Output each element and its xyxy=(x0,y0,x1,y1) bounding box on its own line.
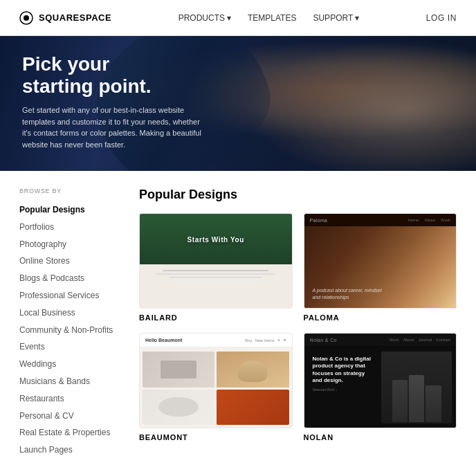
main-content: BROWSE BY Popular Designs Portfolios Pho… xyxy=(0,171,476,474)
template-name-beaumont: BEAUMONT xyxy=(139,433,293,441)
sidebar-item-musicians-bands[interactable]: Musicians & Bands xyxy=(19,373,120,390)
logo-text: SQUARESPACE xyxy=(39,12,111,23)
template-card-paloma[interactable]: Paloma Home About Work A podcast about c… xyxy=(304,213,457,322)
template-thumb-nolan: Nolan & Co Work About Journal Contact No… xyxy=(304,333,457,428)
sidebar-item-popular-designs[interactable]: Popular Designs xyxy=(19,201,120,219)
login-button[interactable]: LOG IN xyxy=(426,13,457,23)
browse-label: BROWSE BY xyxy=(19,188,120,194)
sidebar-item-personal-cv[interactable]: Personal & CV xyxy=(19,408,120,425)
chevron-down-icon: ▾ xyxy=(227,13,231,23)
hero-title: Pick yourstarting point. xyxy=(22,53,202,98)
hero-content: Pick yourstarting point. Get started wit… xyxy=(22,53,202,150)
sidebar-item-photography[interactable]: Photography xyxy=(19,236,120,253)
nav-templates[interactable]: TEMPLATES xyxy=(248,13,296,23)
template-name-nolan: NOLAN xyxy=(304,433,457,441)
logo-icon xyxy=(19,11,33,25)
template-thumb-beaumont: Hello Beaumont Buy New Items + ≡ xyxy=(139,333,293,428)
template-card-nolan[interactable]: Nolan & Co Work About Journal Contact No… xyxy=(304,333,457,441)
sidebar-item-restaurants[interactable]: Restaurants xyxy=(19,390,120,408)
template-card-beaumont[interactable]: Hello Beaumont Buy New Items + ≡ xyxy=(139,333,293,441)
nav-products[interactable]: PRODUCTS ▾ xyxy=(178,13,231,23)
templates-grid: Starts With You BAILARD Paloma xyxy=(139,213,457,441)
templates-section: Popular Designs Starts With You xyxy=(139,188,457,459)
chevron-down-icon: ▾ xyxy=(355,13,359,23)
hero-section: Pick yourstarting point. Get started wit… xyxy=(0,36,476,171)
sidebar-item-portfolios[interactable]: Portfolios xyxy=(19,219,120,236)
sidebar-item-local-business[interactable]: Local Business xyxy=(19,304,120,322)
section-title: Popular Designs xyxy=(139,188,457,202)
template-card-bailard[interactable]: Starts With You BAILARD xyxy=(139,213,293,322)
sidebar-item-professional-services[interactable]: Professional Services xyxy=(19,287,120,304)
sidebar-item-real-estate[interactable]: Real Estate & Properties xyxy=(19,424,120,441)
template-thumb-paloma: Paloma Home About Work A podcast about c… xyxy=(304,213,457,309)
logo[interactable]: SQUARESPACE xyxy=(19,11,111,25)
navigation: SQUARESPACE PRODUCTS ▾ TEMPLATES SUPPORT… xyxy=(0,0,476,36)
sidebar-item-weddings[interactable]: Weddings xyxy=(19,356,120,373)
hero-description: Get started with any of our best-in-clas… xyxy=(22,104,202,150)
sidebar: BROWSE BY Popular Designs Portfolios Pho… xyxy=(19,188,120,459)
nav-support[interactable]: SUPPORT ▾ xyxy=(313,13,359,23)
sidebar-item-launch-pages[interactable]: Launch Pages xyxy=(19,441,120,459)
sidebar-item-blogs-podcasts[interactable]: Blogs & Podcasts xyxy=(19,270,120,287)
template-name-bailard: BAILARD xyxy=(139,313,293,322)
template-thumb-bailard: Starts With You xyxy=(139,213,293,309)
svg-point-1 xyxy=(24,15,29,21)
template-name-paloma: PALOMA xyxy=(304,313,457,322)
sidebar-item-online-stores[interactable]: Online Stores xyxy=(19,253,120,270)
sidebar-item-community-nonprofits[interactable]: Community & Non-Profits xyxy=(19,322,120,339)
sidebar-item-events[interactable]: Events xyxy=(19,338,120,356)
nav-links: PRODUCTS ▾ TEMPLATES SUPPORT ▾ xyxy=(178,13,360,23)
